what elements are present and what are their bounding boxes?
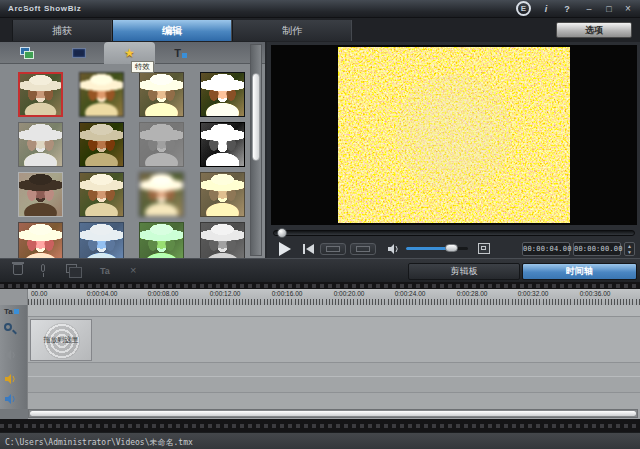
ruler-label: 0:00:04.00 [87,290,118,297]
titles-icon: T [174,48,181,59]
tab-capture[interactable]: 捕获 [12,20,112,41]
track-headers: Ta [0,305,28,409]
speaker-icon[interactable] [387,243,399,255]
titlebar: ArcSoft ShowBiz E i ? – □ × [0,0,640,18]
video-preview [271,45,637,225]
project-file-path: C:\Users\Administrator\Videos\未命名.tmx [5,437,193,448]
tooltip: 特效 [131,61,154,73]
timeline-clip-dropzone[interactable]: 拖放到这里 [30,319,92,361]
music-track-icon[interactable] [4,373,18,385]
stepper-down-icon[interactable]: ▼ [625,249,634,255]
effect-thumbnail-grayscale[interactable] [200,222,245,258]
vertical-scrollbar-thumb[interactable] [252,73,260,161]
voice-track-icon[interactable] [4,393,18,405]
effect-thumbnail-oil-paint[interactable] [79,172,124,217]
transitions-icon [72,48,86,58]
subtab-transitions[interactable] [53,42,104,64]
previous-frame-icon [306,244,314,254]
vertical-scrollbar[interactable] [250,44,262,256]
main-tabbar: 捕获 编辑 制作 选项 [0,18,640,42]
effect-thumbnail-original[interactable] [18,72,63,117]
effect-thumbnail-lighten[interactable] [18,122,63,167]
trash-icon[interactable] [13,264,23,275]
ruler-label: 0:00:20.00 [334,290,365,297]
timeline-tracks: 拖放到这里 [28,305,640,409]
playback-controls: 00:00:04.00 00:00:00.00 ▲ ▼ [267,240,640,258]
text-track-icon[interactable]: Ta [4,307,19,316]
effect-thumbnail-vivid[interactable] [79,122,124,167]
effect-thumbnail-old-film[interactable] [139,72,184,117]
tab-edit[interactable]: 编辑 [112,20,232,41]
seek-handle[interactable] [277,228,287,238]
play-button[interactable] [279,242,291,256]
timecode-total: 00:00:00.00 [573,242,621,256]
audio-track-2[interactable] [28,377,640,393]
frame-icon [326,246,340,252]
maximize-button[interactable]: □ [602,2,616,16]
volume-slider[interactable] [406,247,468,250]
ruler-label: 0:00:08.00 [148,290,179,297]
ruler-label: 0:00:28.00 [457,290,488,297]
text-track[interactable] [28,305,640,317]
effect-thumbnail-blue-tint[interactable] [79,222,124,258]
subtab-media[interactable] [2,42,53,64]
frame-icon [356,246,370,252]
media-icon [24,51,34,59]
ruler-label: 0:00:24.00 [395,290,426,297]
effect-thumbnail-sepia[interactable] [200,172,245,217]
video-frame-noise [338,47,570,223]
app-logo-icon[interactable]: E [516,1,531,16]
timeline-toolbar: Ta × 剪辑板 时间轴 [0,258,640,282]
previous-frame-icon [303,244,305,254]
effect-thumbnail-emboss[interactable] [139,122,184,167]
horizontal-scrollbar[interactable] [28,409,638,418]
effect-thumbnail-green-tint[interactable] [139,222,184,258]
ruler-label: 0:00:16.00 [272,290,303,297]
fullscreen-button[interactable] [478,243,490,254]
fullscreen-icon [481,246,486,250]
mark-out-button[interactable] [350,243,376,255]
volume-handle[interactable] [445,244,458,252]
effects-library-panel: ★ T 特效 [0,42,266,258]
timecode-stepper[interactable]: ▲ ▼ [624,242,635,256]
audio-track-3[interactable] [28,393,640,409]
help-icon[interactable]: ? [561,2,573,16]
previous-frame-button[interactable] [303,244,315,254]
audio-track-1[interactable] [28,363,640,377]
effect-thumbnail-mosaic[interactable] [79,72,124,117]
muted-audio-track-icon[interactable] [4,349,18,361]
minimize-button[interactable]: – [582,2,596,16]
timeline-ruler[interactable]: 00.00 0:00:04.00 0:00:08.00 0:00:12.00 0… [28,289,640,305]
info-icon[interactable]: i [540,2,552,16]
app-title: ArcSoft ShowBiz [8,4,81,13]
timeline-view-button[interactable]: 时间轴 [522,263,637,280]
subtab-titles[interactable]: T [155,42,206,64]
video-track[interactable]: 拖放到这里 [28,317,640,363]
tab-produce[interactable]: 制作 [232,20,352,41]
ruler-label: 00.00 [31,290,47,297]
titles-icon [182,53,187,58]
star-effects-icon: ★ [124,47,135,59]
ruler-label: 0:00:12.00 [210,290,241,297]
close-button[interactable]: × [621,2,635,16]
record-narration-icon[interactable] [41,264,45,272]
export-frame-icon[interactable] [66,264,77,273]
filmstrip-divider [0,419,640,432]
horizontal-scrollbar-thumb[interactable] [30,411,636,416]
effect-thumbnail-red-tint[interactable] [18,222,63,258]
video-track-icon[interactable] [4,323,12,331]
timeline-panel: 00.00 0:00:04.00 0:00:08.00 0:00:12.00 0… [0,289,640,419]
mark-in-button[interactable] [320,243,346,255]
delete-icon[interactable]: × [130,264,136,277]
effect-thumbnail-posterize[interactable] [200,72,245,117]
ruler-label: 0:00:32.00 [518,290,549,297]
preview-panel: 00:00:04.00 00:00:00.00 ▲ ▼ [267,42,640,258]
add-text-icon[interactable]: Ta [100,264,110,278]
storyboard-view-button[interactable]: 剪辑板 [408,263,520,280]
effect-thumbnail-blur[interactable] [139,172,184,217]
options-button[interactable]: 选项 [556,22,632,38]
effect-thumbnail-negative[interactable] [18,172,63,217]
ruler-label: 0:00:36.00 [580,290,611,297]
seek-bar[interactable] [273,230,635,236]
effect-thumbnail-sketch[interactable] [200,122,245,167]
